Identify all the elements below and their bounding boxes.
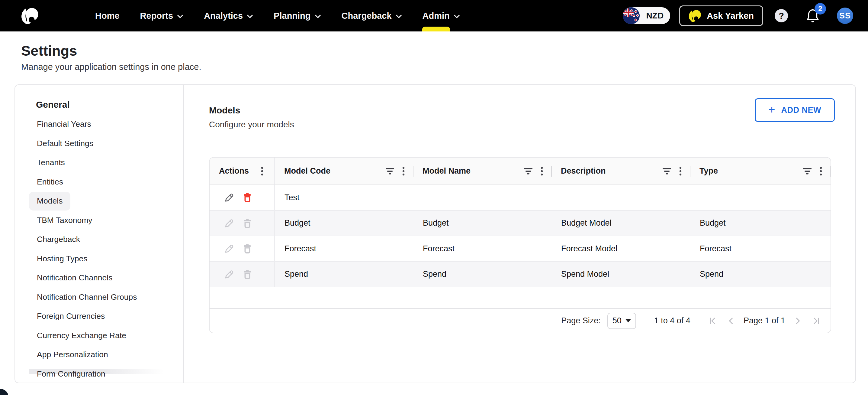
nav-item-reports[interactable]: Reports xyxy=(140,0,184,31)
edit-button[interactable] xyxy=(224,192,235,203)
sidebar-item-foreign-currencies[interactable]: Foreign Currencies xyxy=(29,307,145,326)
column-menu-icon[interactable] xyxy=(820,167,822,176)
column-header-label: Model Name xyxy=(423,166,470,176)
chevron-down-icon xyxy=(177,15,183,19)
cell-actions xyxy=(210,236,275,261)
cell-model-name: Budget xyxy=(413,211,552,236)
top-navbar: HomeReportsAnalyticsPlanningChargebackAd… xyxy=(0,0,868,31)
column-header-label: Description xyxy=(561,166,606,176)
sidebar-item-label: Form Configuration xyxy=(29,364,113,383)
nav-item-admin[interactable]: Admin xyxy=(423,0,460,31)
delete-button[interactable] xyxy=(242,269,252,279)
nav-item-home[interactable]: Home xyxy=(95,0,120,31)
column-header-icons xyxy=(524,167,543,176)
sidebar-item-label: Financial Years xyxy=(29,115,99,134)
filter-icon[interactable] xyxy=(803,168,812,175)
currency-code: NZD xyxy=(646,11,664,21)
nav-item-label: Analytics xyxy=(204,11,243,21)
sidebar-item-label: TBM Taxonomy xyxy=(29,211,100,230)
column-menu-icon[interactable] xyxy=(540,167,543,176)
nav-item-analytics[interactable]: Analytics xyxy=(204,0,253,31)
filter-icon[interactable] xyxy=(385,168,395,175)
delete-button[interactable] xyxy=(242,244,252,254)
sidebar-item-form-configuration[interactable]: Form Configuration xyxy=(29,364,145,384)
cell-description: Spend Model xyxy=(552,262,690,287)
delete-button[interactable] xyxy=(242,218,252,228)
column-header-icons xyxy=(803,167,822,176)
caret-down-icon xyxy=(625,319,631,322)
sidebar-item-tbm-taxonomy[interactable]: TBM Taxonomy xyxy=(29,211,145,230)
page-size-label: Page Size: xyxy=(561,316,601,326)
sidebar-heading: General xyxy=(36,100,70,110)
sidebar-item-label: Foreign Currencies xyxy=(29,307,113,326)
first-page-button[interactable] xyxy=(709,317,717,325)
sidebar-item-currency-exchange-rate[interactable]: Currency Exchange Rate xyxy=(29,326,145,345)
table-body: TestBudgetBudgetBudget ModelBudgetForeca… xyxy=(210,185,831,287)
column-header-label: Type xyxy=(700,166,718,176)
app-logo-icon[interactable] xyxy=(21,7,39,25)
edit-button[interactable] xyxy=(224,269,235,279)
column-menu-icon[interactable] xyxy=(402,167,405,176)
currency-selector[interactable]: NZD xyxy=(623,7,671,24)
notifications-button[interactable]: 2 xyxy=(805,8,820,24)
cell-type: Spend xyxy=(690,262,831,287)
delete-button[interactable] xyxy=(242,192,252,203)
nav-item-chargeback[interactable]: Chargeback xyxy=(342,0,402,31)
user-avatar[interactable]: SS xyxy=(837,7,853,24)
cell-model-code: Forecast xyxy=(275,236,413,261)
cell-description: Forecast Model xyxy=(552,236,690,261)
sidebar-item-models[interactable]: Models xyxy=(29,192,145,211)
column-header-model-code[interactable]: Model Code xyxy=(275,158,413,185)
chevron-down-icon xyxy=(396,15,402,19)
ask-yarken-button[interactable]: Ask Yarken xyxy=(679,5,763,26)
sidebar-item-entities[interactable]: Entities xyxy=(29,172,145,192)
column-header-type[interactable]: Type xyxy=(690,158,831,185)
column-header-actions[interactable]: Actions xyxy=(210,158,275,185)
column-menu-icon[interactable] xyxy=(261,167,264,176)
notification-badge: 2 xyxy=(814,3,826,15)
sidebar-item-label: Hosting Types xyxy=(29,249,95,268)
chevron-down-icon xyxy=(315,15,321,19)
sidebar-item-app-personalization[interactable]: App Personalization xyxy=(29,345,145,364)
previous-page-button[interactable] xyxy=(727,317,735,325)
table-header: ActionsModel CodeModel NameDescriptionTy… xyxy=(210,158,831,185)
last-page-button[interactable] xyxy=(812,317,820,325)
sidebar-item-label: Currency Exchange Rate xyxy=(29,326,134,345)
cell-type: Forecast xyxy=(690,236,831,261)
column-header-description[interactable]: Description xyxy=(552,158,690,185)
add-new-label: ADD NEW xyxy=(781,106,822,115)
help-button[interactable]: ? xyxy=(775,9,788,22)
sidebar-item-financial-years[interactable]: Financial Years xyxy=(29,115,145,134)
sidebar-item-label: Models xyxy=(29,192,70,210)
sidebar-item-default-settings[interactable]: Default Settings xyxy=(29,134,145,153)
cell-actions xyxy=(210,185,275,210)
edit-button[interactable] xyxy=(224,244,235,254)
section-subtitle: Configure your models xyxy=(209,119,294,130)
table-row: SpendSpendSpend ModelSpend xyxy=(210,262,831,288)
filter-icon[interactable] xyxy=(662,168,672,175)
nav-item-planning[interactable]: Planning xyxy=(274,0,321,31)
sidebar-item-notification-channels[interactable]: Notification Channels xyxy=(29,268,145,288)
nav-item-label: Chargeback xyxy=(342,11,392,21)
sidebar-item-label: App Personalization xyxy=(29,345,116,364)
cell-model-name xyxy=(413,185,552,210)
column-header-model-name[interactable]: Model Name xyxy=(413,158,552,185)
section-title: Models xyxy=(209,105,294,116)
page-size-select[interactable]: 50 xyxy=(607,313,636,329)
add-new-button[interactable]: + ADD NEW xyxy=(755,98,835,122)
sidebar-item-tenants[interactable]: Tenants xyxy=(29,153,145,172)
sidebar-item-hosting-types[interactable]: Hosting Types xyxy=(29,249,145,269)
nav-item-label: Home xyxy=(95,11,120,21)
sidebar-item-notification-channel-groups[interactable]: Notification Channel Groups xyxy=(29,288,145,307)
edit-button[interactable] xyxy=(224,218,235,228)
column-menu-icon[interactable] xyxy=(679,167,682,176)
cell-model-code: Budget xyxy=(275,211,413,236)
cell-type xyxy=(690,185,831,210)
page-size-value: 50 xyxy=(613,316,622,326)
next-page-button[interactable] xyxy=(794,317,802,325)
sidebar-item-label: Entities xyxy=(29,172,71,191)
sidebar-item-chargeback[interactable]: Chargeback xyxy=(29,230,145,249)
navbar-right-cluster: NZD Ask Yarken ? 2 SS xyxy=(623,5,853,26)
table-row: Test xyxy=(210,185,831,211)
filter-icon[interactable] xyxy=(524,168,533,175)
